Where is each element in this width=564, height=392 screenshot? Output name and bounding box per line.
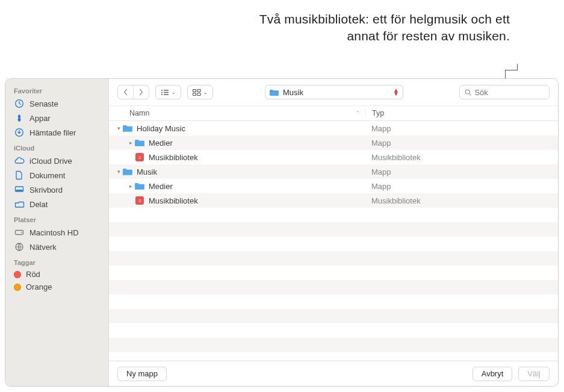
list-icon [161, 89, 169, 96]
file-type: Musikbibliotek [365, 196, 558, 205]
svg-rect-3 [16, 190, 23, 191]
sidebar-item-dokument[interactable]: Dokument [5, 168, 108, 182]
sidebar-section-platser: Platser [5, 211, 108, 225]
disclosure-triangle-icon[interactable]: ▸ [127, 140, 134, 146]
table-row [109, 309, 558, 323]
table-row [109, 280, 558, 294]
file-name: Holiday Music [137, 124, 185, 133]
disclosure-triangle-icon[interactable]: ▾ [115, 125, 122, 131]
chevron-left-icon [123, 89, 128, 96]
sidebar-item-delat[interactable]: Delat [5, 197, 108, 211]
svg-rect-10 [164, 92, 169, 92]
sidebar-item-senaste[interactable]: Senaste [5, 96, 108, 111]
sidebar-item-tag-orange[interactable]: Orange [5, 281, 108, 293]
file-name: Medier [149, 138, 173, 148]
table-row [109, 266, 558, 280]
sidebar-item-label: Delat [29, 200, 48, 209]
sidebar-item-icloud-drive[interactable]: iCloud Drive [5, 154, 108, 168]
desktop-icon [14, 184, 25, 195]
svg-rect-8 [164, 90, 169, 90]
cancel-button[interactable]: Avbryt [473, 367, 513, 381]
library-icon [134, 196, 145, 205]
table-row [109, 251, 558, 266]
chevron-down-icon: ⌄ [203, 90, 208, 95]
table-row[interactable]: Musikbibliotek Musikbibliotek [109, 193, 558, 208]
chevron-right-icon [138, 89, 144, 96]
sidebar-item-tag-rod[interactable]: Röd [5, 268, 108, 281]
globe-icon [14, 241, 25, 252]
download-icon [14, 127, 25, 138]
file-name: Medier [149, 182, 173, 191]
tag-dot-orange-icon [14, 284, 21, 291]
callout-line [505, 70, 518, 70]
tag-dot-red-icon [14, 271, 21, 278]
table-row [109, 222, 558, 237]
grid-icon [193, 89, 201, 96]
table-row[interactable]: ▸ Medier Mapp [109, 179, 558, 193]
main-pane: ⌄ ⌄ Musik ▲▼ [109, 79, 558, 386]
search-icon [465, 89, 471, 96]
search-input[interactable] [474, 88, 544, 97]
file-type: Mapp [365, 124, 558, 133]
sidebar-item-appar[interactable]: Appar [5, 111, 108, 125]
path-label: Musik [283, 88, 303, 97]
path-dropdown[interactable]: Musik ▲▼ [265, 85, 403, 99]
table-row [109, 352, 558, 361]
sidebar-item-natverk[interactable]: Nätverk [5, 240, 108, 254]
finder-dialog: Favoriter Senaste Appar Hämtade filer iC… [5, 78, 559, 387]
table-row[interactable]: ▾ Musik Mapp [109, 164, 558, 179]
cloud-icon [14, 155, 25, 166]
group-by-button[interactable]: ⌄ [187, 85, 213, 99]
svg-point-5 [21, 232, 22, 233]
sidebar-item-label: Appar [29, 114, 51, 123]
sort-ascending-icon: ˄ [356, 110, 359, 116]
file-name: Musik [137, 167, 157, 176]
file-type: Mapp [365, 138, 558, 148]
folder-icon [134, 138, 145, 148]
clock-icon [14, 98, 25, 109]
column-header-name-label: Namn [129, 109, 149, 117]
choose-button[interactable]: Välj [518, 367, 550, 381]
apps-icon [14, 113, 25, 123]
sidebar-section-favoriter: Favoriter [5, 82, 108, 96]
column-header-type[interactable]: Typ [365, 109, 558, 117]
table-row[interactable]: Musikbibliotek Musikbibliotek [109, 150, 558, 164]
disclosure-triangle-icon[interactable]: ▾ [115, 169, 122, 175]
search-box[interactable] [459, 85, 550, 99]
toolbar: ⌄ ⌄ Musik ▲▼ [109, 79, 558, 105]
disclosure-triangle-icon[interactable]: ▸ [127, 183, 134, 189]
folder-icon [122, 167, 133, 176]
sidebar-item-label: Skrivbord [29, 185, 63, 194]
sidebar-item-label: Röd [26, 270, 40, 279]
column-header-name[interactable]: Namn ˄ [129, 109, 365, 117]
folder-icon [122, 123, 133, 133]
file-list: ▾ Holiday Music Mapp ▸ Medier Mapp [109, 121, 558, 361]
folder-icon [269, 89, 279, 96]
forward-button[interactable] [133, 86, 149, 99]
disk-icon [14, 227, 25, 238]
file-type: Mapp [365, 167, 558, 176]
table-row [109, 338, 558, 352]
back-button[interactable] [118, 86, 133, 99]
sidebar-item-skrivbord[interactable]: Skrivbord [5, 182, 108, 197]
sidebar-item-label: iCloud Drive [29, 157, 72, 166]
svg-rect-12 [164, 94, 169, 95]
svg-point-9 [161, 92, 163, 93]
stepper-icon: ▲▼ [393, 89, 399, 96]
table-row[interactable]: ▸ Medier Mapp [109, 135, 558, 150]
folder-icon [134, 181, 145, 191]
sidebar-item-hamtade-filer[interactable]: Hämtade filer [5, 125, 108, 140]
table-row[interactable]: ▾ Holiday Music Mapp [109, 121, 558, 135]
sidebar-item-macintosh-hd[interactable]: Macintosh HD [5, 225, 108, 240]
table-row [109, 208, 558, 222]
file-type: Mapp [365, 182, 558, 191]
sidebar-item-label: Macintosh HD [29, 228, 79, 237]
svg-rect-14 [197, 89, 200, 92]
sidebar-section-taggar: Taggar [5, 254, 108, 268]
view-list-button[interactable]: ⌄ [155, 85, 181, 99]
file-name: Musikbibliotek [149, 153, 198, 162]
sidebar: Favoriter Senaste Appar Hämtade filer iC… [5, 79, 109, 386]
new-folder-button[interactable]: Ny mapp [117, 367, 167, 381]
nav-back-forward [117, 85, 149, 99]
table-row [109, 323, 558, 338]
